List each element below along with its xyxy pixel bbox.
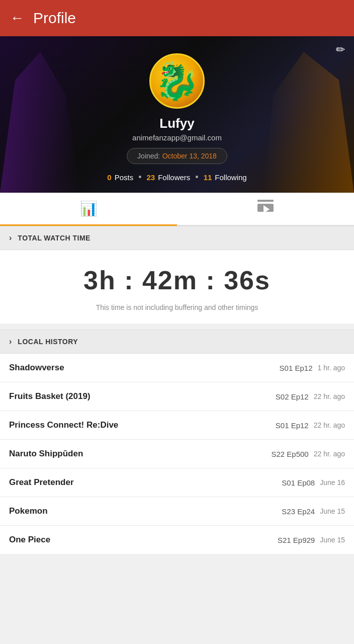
history-item-ep: S23 Ep24 xyxy=(282,507,315,516)
silhouette-right-decoration xyxy=(263,52,354,193)
followers-count: 23 xyxy=(146,173,155,182)
history-item-title: Princess Connect! Re:Dive xyxy=(9,420,118,430)
spacer xyxy=(0,324,354,330)
history-item-title: Great Pretender xyxy=(9,477,74,488)
history-item-title: Naruto Shippūden xyxy=(9,449,83,459)
chevron-right-icon-2: › xyxy=(9,337,12,346)
local-history-section-title: LOCAL HISTORY xyxy=(18,338,78,346)
profile-banner: ✏ 🐉 Lufyy animefanzapp@gmail.com Joined:… xyxy=(0,36,354,193)
watch-time-container: 3h : 42m : 36s This time is not includin… xyxy=(0,250,354,324)
history-item[interactable]: One Piece S21 Ep929 June 15 xyxy=(0,526,354,554)
history-item-time: 1 hr. ago xyxy=(318,364,345,372)
local-history-section-header[interactable]: › LOCAL HISTORY xyxy=(0,330,354,354)
history-item-time: 22 hr. ago xyxy=(314,392,345,400)
history-item-meta: S01 Ep12 1 hr. ago xyxy=(280,364,345,372)
history-item-meta: S01 Ep12 22 hr. ago xyxy=(276,421,345,430)
watch-time-note: This time is not including buffering and… xyxy=(10,303,344,311)
svg-rect-0 xyxy=(257,200,274,202)
posts-label: Posts xyxy=(115,173,134,182)
joined-label: Joined: xyxy=(137,152,160,160)
stats-row: 0 Posts • 23 Followers • 11 Following xyxy=(107,172,246,183)
stats-icon: 📊 xyxy=(80,200,98,217)
history-item-meta: S02 Ep12 22 hr. ago xyxy=(276,392,345,401)
history-item-ep: S22 Ep500 xyxy=(271,450,308,458)
history-item-time: 22 hr. ago xyxy=(314,421,345,429)
back-button[interactable]: ← xyxy=(10,10,24,26)
username: Lufyy xyxy=(159,116,194,131)
watch-time-section-header[interactable]: › TOTAL WATCH TIME xyxy=(0,226,354,250)
following-count: 11 xyxy=(204,173,212,182)
tab-stats[interactable]: 📊 xyxy=(0,193,177,226)
chevron-right-icon: › xyxy=(9,233,12,243)
page-title: Profile xyxy=(33,10,76,27)
history-item-ep: S02 Ep12 xyxy=(276,392,309,401)
tabs-container: 📊 xyxy=(0,193,354,226)
tab-history[interactable] xyxy=(177,193,354,226)
history-item-time: June 15 xyxy=(320,507,345,515)
history-item-time: 22 hr. ago xyxy=(314,450,345,458)
edit-profile-icon[interactable]: ✏ xyxy=(336,43,345,56)
email: animefanzapp@gmail.com xyxy=(132,133,222,142)
history-item-meta: S21 Ep929 June 15 xyxy=(278,536,345,544)
posts-count: 0 xyxy=(107,173,111,182)
app-header: ← Profile xyxy=(0,0,354,36)
history-item-ep: S21 Ep929 xyxy=(278,536,315,544)
history-item-title: Fruits Basket (2019) xyxy=(9,391,91,401)
history-item[interactable]: Naruto Shippūden S22 Ep500 22 hr. ago xyxy=(0,440,354,468)
history-item[interactable]: Pokemon S23 Ep24 June 15 xyxy=(0,497,354,526)
history-item-meta: S01 Ep08 June 16 xyxy=(282,478,345,487)
history-item-time: June 15 xyxy=(320,536,345,544)
history-item-title: Pokemon xyxy=(9,506,48,516)
history-item-meta: S22 Ep500 22 hr. ago xyxy=(271,450,345,458)
following-stat[interactable]: 11 Following xyxy=(204,173,247,182)
history-item-meta: S23 Ep24 June 15 xyxy=(282,507,345,516)
joined-badge: Joined: October 13, 2018 xyxy=(127,148,227,164)
history-item[interactable]: Shadowverse S01 Ep12 1 hr. ago xyxy=(0,354,354,382)
history-icon xyxy=(257,200,274,217)
avatar[interactable]: 🐉 xyxy=(149,53,205,109)
dot-separator-2: • xyxy=(195,172,198,183)
followers-label: Followers xyxy=(158,173,190,182)
followers-stat[interactable]: 23 Followers xyxy=(146,173,190,182)
dot-separator-1: • xyxy=(138,172,141,183)
following-label: Following xyxy=(215,173,246,182)
watch-time-section-title: TOTAL WATCH TIME xyxy=(18,234,91,242)
history-item[interactable]: Great Pretender S01 Ep08 June 16 xyxy=(0,468,354,497)
watch-time-display: 3h : 42m : 36s xyxy=(10,265,344,295)
silhouette-left-decoration xyxy=(0,52,80,193)
posts-stat[interactable]: 0 Posts xyxy=(107,173,133,182)
history-item-time: June 16 xyxy=(320,478,345,487)
history-item-ep: S01 Ep12 xyxy=(276,421,309,430)
avatar-image: 🐉 xyxy=(154,63,200,99)
history-list: Shadowverse S01 Ep12 1 hr. ago Fruits Ba… xyxy=(0,354,354,554)
history-item-ep: S01 Ep08 xyxy=(282,478,315,487)
history-item-title: Shadowverse xyxy=(9,363,64,373)
avatar-circle: 🐉 xyxy=(149,53,205,109)
history-item-title: One Piece xyxy=(9,535,50,545)
history-item[interactable]: Fruits Basket (2019) S02 Ep12 22 hr. ago xyxy=(0,382,354,411)
history-item-ep: S01 Ep12 xyxy=(280,364,313,372)
joined-date: October 13, 2018 xyxy=(162,152,217,160)
history-item[interactable]: Princess Connect! Re:Dive S01 Ep12 22 hr… xyxy=(0,411,354,440)
